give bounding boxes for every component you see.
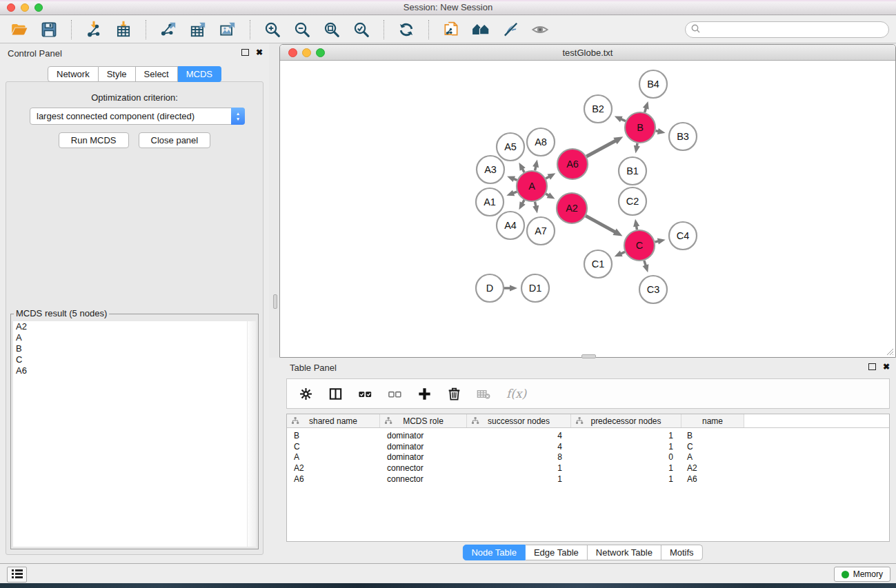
cell[interactable]: 1 bbox=[571, 442, 681, 452]
zoom-in-button[interactable] bbox=[259, 17, 286, 42]
mcds-result-item[interactable]: B bbox=[13, 343, 256, 354]
cell[interactable]: 4 bbox=[467, 431, 571, 440]
table-row[interactable]: Adominator80A bbox=[287, 452, 889, 463]
import-table-button[interactable] bbox=[110, 17, 137, 42]
float-panel-icon[interactable] bbox=[868, 363, 876, 370]
cell[interactable]: B bbox=[287, 431, 380, 440]
edge-A2-C[interactable] bbox=[586, 216, 616, 232]
network-canvas[interactable]: B4B2BB3A8A5A6A3B1AA1C2A2A4A7C4CC1DD1C3 bbox=[280, 61, 895, 357]
float-panel-icon[interactable] bbox=[241, 49, 249, 56]
cell[interactable]: C bbox=[287, 442, 380, 452]
tab-network-table[interactable]: Network Table bbox=[588, 545, 661, 560]
table-row[interactable]: Bdominator41B bbox=[287, 430, 889, 441]
cell[interactable]: A6 bbox=[681, 474, 744, 484]
close-panel-button[interactable]: Close panel bbox=[139, 132, 211, 148]
show-console-button[interactable] bbox=[7, 567, 27, 582]
column-header-name[interactable]: name bbox=[681, 414, 744, 427]
mcds-result-item[interactable]: C bbox=[13, 354, 256, 365]
cell[interactable]: 1 bbox=[571, 431, 681, 440]
open-session-button[interactable] bbox=[6, 17, 33, 42]
column-header-successor-nodes[interactable]: successor nodes bbox=[467, 414, 571, 427]
cell[interactable]: 1 bbox=[571, 463, 681, 473]
memory-button[interactable]: Memory bbox=[834, 567, 890, 582]
cell[interactable]: dominator bbox=[380, 452, 467, 462]
search-box[interactable] bbox=[685, 21, 889, 38]
show-hide-panels-button[interactable] bbox=[526, 17, 554, 42]
first-neighbors-button[interactable] bbox=[467, 17, 495, 42]
cell[interactable]: dominator bbox=[380, 442, 467, 452]
result-list-scrollbar[interactable] bbox=[247, 321, 256, 547]
table-settings-icon bbox=[298, 386, 314, 402]
table-row[interactable]: Cdominator41C bbox=[287, 441, 889, 452]
table-row[interactable]: A2connector11A2 bbox=[287, 463, 889, 474]
panel-divider-handle-horizontal[interactable] bbox=[581, 354, 596, 358]
show-columns-button[interactable] bbox=[326, 383, 345, 404]
network-window-titlebar[interactable]: testGlobe.txt bbox=[280, 45, 895, 61]
cell[interactable]: 1 bbox=[467, 463, 571, 473]
mcds-result-item[interactable]: A2 bbox=[13, 321, 256, 332]
column-header-predecessor-nodes[interactable]: predecessor nodes bbox=[571, 414, 681, 427]
zoom-in-icon bbox=[263, 21, 281, 39]
delete-columns-button[interactable] bbox=[444, 383, 464, 404]
run-mcds-button[interactable]: Run MCDS bbox=[59, 132, 129, 148]
tab-edge-table[interactable]: Edge Table bbox=[526, 545, 588, 560]
table-settings-button[interactable] bbox=[296, 383, 315, 404]
close-panel-icon[interactable]: ✖ bbox=[883, 363, 890, 371]
edge-arrowhead bbox=[532, 205, 539, 214]
node-label: A2 bbox=[566, 203, 578, 214]
cell[interactable]: B bbox=[681, 431, 744, 440]
column-header-mcds-role[interactable]: MCDS role bbox=[380, 414, 467, 427]
tab-select[interactable]: Select bbox=[136, 66, 178, 82]
toggle-graphics-details-button[interactable] bbox=[497, 17, 524, 42]
save-session-icon bbox=[40, 21, 58, 39]
cell[interactable]: connector bbox=[380, 474, 467, 484]
zoom-out-button[interactable] bbox=[288, 17, 316, 42]
panel-divider-handle-vertical[interactable] bbox=[273, 294, 277, 309]
cell[interactable]: A bbox=[681, 452, 744, 462]
save-session-button[interactable] bbox=[35, 17, 63, 42]
optimization-criterion-select[interactable]: largest connected component (directed) ▲… bbox=[30, 108, 245, 125]
edge-arrowhead bbox=[633, 219, 639, 227]
export-image-button[interactable] bbox=[214, 17, 241, 42]
table-row[interactable]: A6connector11A6 bbox=[287, 474, 889, 485]
search-input[interactable] bbox=[703, 23, 888, 36]
column-header-shared-name[interactable]: shared name bbox=[287, 414, 380, 427]
mcds-result-item[interactable]: A6 bbox=[13, 365, 256, 376]
cell[interactable]: C bbox=[681, 442, 744, 452]
close-panel-icon[interactable]: ✖ bbox=[256, 48, 263, 57]
tab-network[interactable]: Network bbox=[48, 66, 99, 82]
cell[interactable]: 1 bbox=[467, 474, 571, 484]
tab-node-table[interactable]: Node Table bbox=[462, 545, 526, 560]
import-network-icon bbox=[85, 21, 103, 39]
cell[interactable]: A bbox=[287, 452, 380, 462]
edge-A6-B[interactable] bbox=[586, 141, 616, 157]
cell[interactable]: 0 bbox=[571, 452, 681, 462]
zoom-selected-button[interactable] bbox=[348, 17, 375, 42]
cell[interactable]: A2 bbox=[287, 463, 380, 473]
mcds-result-list[interactable]: A2ABCA6 bbox=[13, 321, 256, 547]
node-label: A3 bbox=[484, 164, 497, 175]
new-network-from-selection-button[interactable] bbox=[437, 17, 465, 42]
apply-layout-button[interactable] bbox=[392, 17, 420, 42]
cell[interactable]: 1 bbox=[571, 474, 681, 484]
cell[interactable]: A6 bbox=[287, 474, 380, 484]
cell[interactable]: connector bbox=[380, 463, 467, 473]
tab-motifs[interactable]: Motifs bbox=[661, 545, 703, 560]
mcds-result-item[interactable]: A bbox=[13, 332, 256, 343]
cell[interactable]: A2 bbox=[681, 463, 744, 473]
zoom-fit-button[interactable] bbox=[318, 17, 346, 42]
create-column-button[interactable] bbox=[415, 383, 434, 404]
select-all-rows-button[interactable] bbox=[355, 383, 375, 404]
tab-mcds[interactable]: MCDS bbox=[178, 66, 221, 82]
import-network-button[interactable] bbox=[80, 17, 108, 42]
export-network-button[interactable] bbox=[155, 17, 182, 42]
deselect-all-rows-button[interactable] bbox=[385, 383, 404, 404]
export-table-icon bbox=[189, 21, 207, 39]
tab-style[interactable]: Style bbox=[99, 66, 136, 82]
export-table-button[interactable] bbox=[184, 17, 212, 42]
resize-grip-icon[interactable] bbox=[885, 347, 894, 356]
cell[interactable]: 4 bbox=[467, 442, 571, 452]
cell[interactable]: dominator bbox=[380, 431, 467, 440]
cell[interactable]: 8 bbox=[467, 452, 571, 462]
network-graph-svg[interactable]: B4B2BB3A8A5A6A3B1AA1C2A2A4A7C4CC1DD1C3 bbox=[280, 61, 895, 357]
